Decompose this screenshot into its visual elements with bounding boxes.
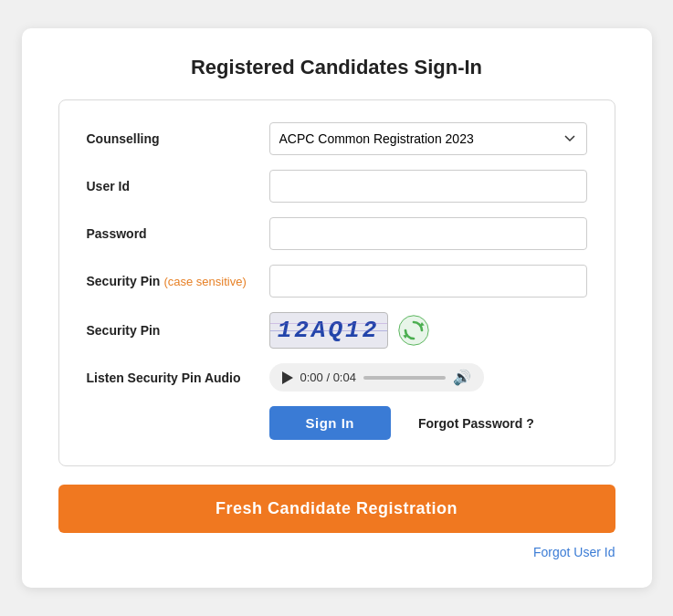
action-row: Sign In Forgot Password ? — [87, 406, 587, 440]
password-input[interactable] — [269, 217, 587, 250]
form-card: Counselling ACPC Common Registration 202… — [58, 99, 615, 466]
captcha-image: 12AQ12 — [269, 312, 388, 349]
refresh-captcha-button[interactable] — [397, 314, 430, 347]
audio-player: 0:00 / 0:04 🔊 — [269, 363, 484, 392]
counselling-label: Counselling — [87, 131, 269, 146]
fresh-registration-button[interactable]: Fresh Candidate Registration — [58, 485, 615, 533]
security-pin-input[interactable] — [269, 265, 587, 298]
security-pin-input-row: Security Pin(case sensitive) — [87, 265, 587, 298]
outer-container: Registered Candidates Sign-In Counsellin… — [22, 28, 652, 588]
audio-time: 0:00 / 0:04 — [300, 371, 356, 384]
counselling-select[interactable]: ACPC Common Registration 2023 — [269, 122, 587, 155]
captcha-area: 12AQ12 — [269, 312, 430, 349]
audio-progress-bar[interactable] — [363, 376, 446, 380]
security-pin-label: Security Pin(case sensitive) — [87, 274, 269, 288]
forgot-userid-row: Forgot User Id — [58, 544, 615, 560]
password-label: Password — [87, 226, 269, 241]
audio-label: Listen Security Pin Audio — [87, 371, 269, 385]
password-row: Password — [87, 217, 587, 250]
captcha-row: Security Pin 12AQ12 — [87, 312, 587, 349]
volume-icon: 🔊 — [453, 369, 471, 386]
case-sensitive-note: (case sensitive) — [163, 275, 246, 288]
play-button[interactable] — [282, 371, 293, 384]
svg-point-0 — [398, 316, 427, 345]
userid-row: User Id — [87, 170, 587, 203]
forgot-userid-link[interactable]: Forgot User Id — [533, 545, 615, 559]
audio-row: Listen Security Pin Audio 0:00 / 0:04 🔊 — [87, 363, 587, 392]
userid-input[interactable] — [269, 170, 587, 203]
refresh-icon — [397, 314, 430, 347]
signin-button[interactable]: Sign In — [269, 406, 392, 440]
userid-label: User Id — [87, 179, 269, 193]
counselling-row: Counselling ACPC Common Registration 202… — [87, 122, 587, 155]
page-title: Registered Candidates Sign-In — [58, 56, 615, 79]
play-triangle-icon — [282, 371, 293, 384]
captcha-label: Security Pin — [87, 323, 269, 338]
forgot-password-link[interactable]: Forgot Password ? — [418, 416, 534, 431]
